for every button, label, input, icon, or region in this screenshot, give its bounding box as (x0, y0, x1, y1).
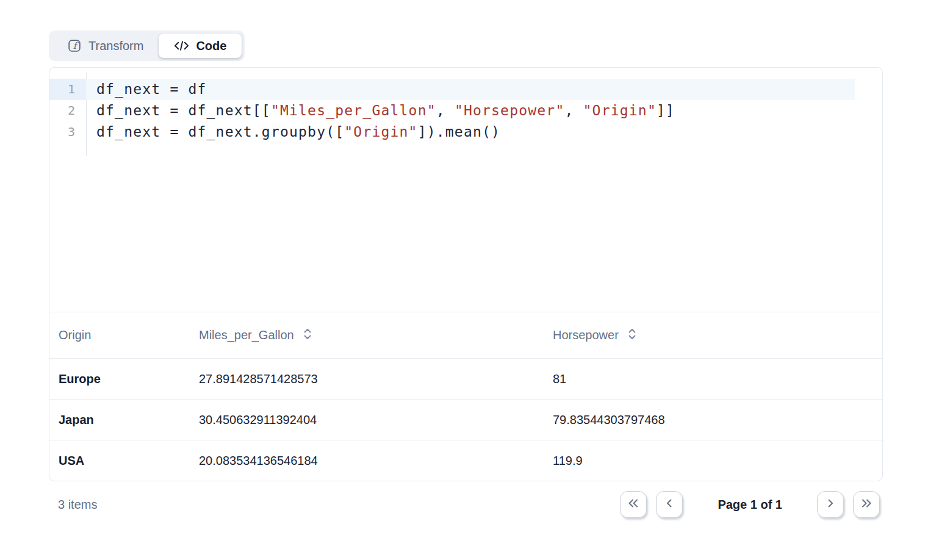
sort-icon[interactable] (628, 328, 636, 343)
tab-transform-label: Transform (88, 39, 143, 53)
table-row: Europe 27.891428571428573 81 (49, 358, 882, 399)
last-page-button[interactable] (853, 491, 880, 518)
table-row: Japan 30.450632911392404 79.835443037974… (49, 399, 882, 440)
cell-origin: USA (59, 454, 199, 468)
table-header-row: Origin Miles_per_Gallon (49, 312, 882, 358)
line-number: 3 (49, 121, 86, 143)
view-tabs: f Transform Code (49, 31, 245, 61)
items-count: 3 items (58, 498, 97, 512)
code-line[interactable]: 3 df_next = df_next.groupby(["Origin"]).… (49, 121, 882, 143)
tab-code-label: Code (196, 39, 226, 53)
column-header-miles-per-gallon[interactable]: Miles_per_Gallon (199, 328, 553, 343)
previous-page-icon (665, 498, 674, 511)
next-page-icon (826, 498, 835, 511)
cell-miles-per-gallon: 30.450632911392404 (199, 413, 553, 427)
cell-horsepower: 79.83544303797468 (553, 413, 882, 427)
line-number: 2 (49, 100, 86, 121)
tab-code[interactable]: Code (159, 34, 242, 58)
result-table: Origin Miles_per_Gallon (49, 312, 882, 481)
line-number: 1 (49, 79, 86, 100)
code-line[interactable]: 2 df_next = df_next[["Miles_per_Gallon",… (49, 100, 882, 121)
code-line-text: df_next = df_next[["Miles_per_Gallon", "… (86, 100, 882, 121)
cell-origin: Europe (59, 372, 199, 386)
table-footer: 3 items Page 1 of 1 (49, 491, 883, 518)
code-line-text: df_next = df_next.groupby(["Origin"]).me… (86, 121, 882, 143)
cell-miles-per-gallon: 27.891428571428573 (199, 372, 553, 386)
code-line[interactable]: 1 df_next = df (49, 79, 882, 100)
code-editor[interactable]: 1 df_next = df 2 df_next = df_next[["Mil… (49, 68, 882, 312)
cell-origin: Japan (59, 413, 199, 427)
previous-page-button[interactable] (656, 491, 683, 518)
cell-horsepower: 119.9 (553, 454, 882, 468)
next-page-button[interactable] (817, 491, 844, 518)
first-page-button[interactable] (620, 491, 647, 518)
column-header-origin: Origin (59, 328, 199, 342)
function-icon: f (67, 38, 82, 53)
data-wrangler-widget: f Transform Code 1 df_next = df (0, 0, 925, 518)
cell-miles-per-gallon: 20.083534136546184 (199, 454, 553, 468)
table-row: USA 20.083534136546184 119.9 (49, 440, 882, 481)
first-page-icon (627, 498, 639, 511)
sort-icon[interactable] (303, 328, 312, 343)
svg-text:f: f (73, 40, 79, 51)
cell-horsepower: 81 (553, 372, 882, 386)
last-page-icon (860, 498, 873, 511)
code-line-text: df_next = df (86, 79, 855, 100)
main-panel: 1 df_next = df 2 df_next = df_next[["Mil… (49, 67, 883, 481)
code-icon (174, 40, 189, 52)
page-indicator: Page 1 of 1 (718, 498, 782, 512)
pagination: Page 1 of 1 (620, 491, 880, 518)
tab-transform[interactable]: f Transform (52, 34, 159, 58)
column-header-horsepower[interactable]: Horsepower (553, 328, 882, 343)
